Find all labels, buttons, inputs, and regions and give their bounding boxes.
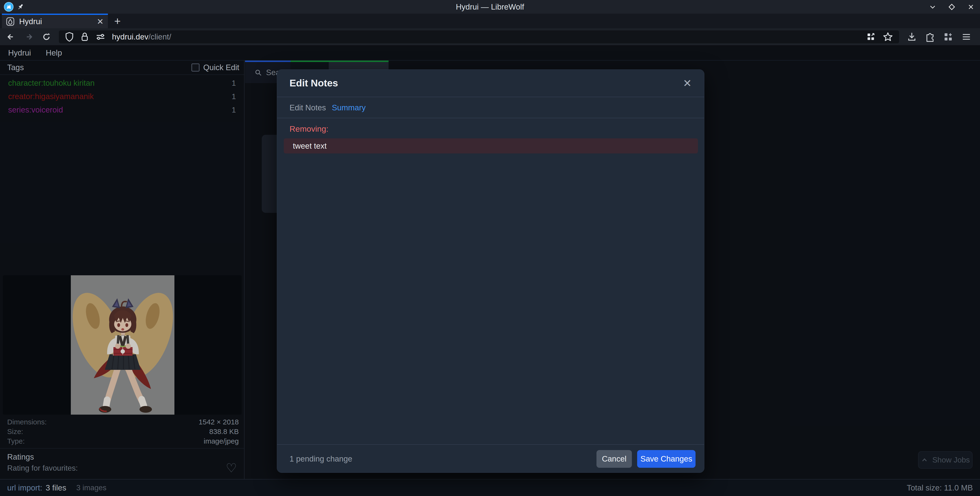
- modal-footer: 1 pending change Cancel Save Changes: [277, 444, 704, 473]
- lock-icon[interactable]: [80, 32, 89, 42]
- extensions-puzzle-icon[interactable]: [924, 31, 935, 42]
- shield-icon[interactable]: [65, 32, 74, 42]
- menu-hamburger-icon[interactable]: [961, 31, 972, 42]
- browser-tab-bar: Hydrui ✕ +: [0, 14, 980, 28]
- modal-tab-bar: Edit Notes Summary: [277, 97, 704, 118]
- new-tab-button[interactable]: +: [108, 14, 127, 28]
- screen: Hydrui — LibreWolf Hydrui ✕ +: [0, 0, 980, 496]
- modal-tab-edit-notes[interactable]: Edit Notes: [290, 97, 326, 118]
- removed-note-text: tweet text: [293, 142, 326, 151]
- forward-icon[interactable]: [24, 32, 34, 42]
- window-maximize-button[interactable]: [947, 3, 956, 11]
- modal-close-icon[interactable]: ✕: [683, 78, 692, 89]
- window-titlebar: Hydrui — LibreWolf: [0, 0, 980, 14]
- browser-tab-hydrui[interactable]: Hydrui ✕: [2, 14, 108, 28]
- modal-header: Edit Notes ✕: [277, 70, 704, 97]
- browser-tab-title: Hydrui: [19, 17, 92, 26]
- tab-close-icon[interactable]: ✕: [97, 17, 104, 26]
- permissions-icon[interactable]: [95, 32, 106, 42]
- removing-label: Removing:: [290, 124, 328, 134]
- url-text: hydrui.dev/client/: [112, 32, 171, 41]
- bookmark-star-icon[interactable]: [882, 31, 893, 42]
- cancel-button[interactable]: Cancel: [597, 450, 632, 468]
- modal-title: Edit Notes: [290, 78, 338, 89]
- back-icon[interactable]: [6, 32, 16, 42]
- save-changes-button[interactable]: Save Changes: [637, 450, 695, 468]
- window-minimize-button[interactable]: [928, 3, 937, 11]
- reload-icon[interactable]: [41, 32, 52, 42]
- window-close-button[interactable]: [967, 3, 975, 11]
- removed-note-box: tweet text: [284, 138, 698, 153]
- download-icon[interactable]: [906, 31, 917, 42]
- window-title: Hydrui — LibreWolf: [0, 2, 980, 11]
- modal-tab-summary[interactable]: Summary: [332, 97, 366, 118]
- edit-notes-modal: Edit Notes ✕ Edit Notes Summary Removing…: [277, 69, 705, 473]
- url-path: /client/: [148, 32, 171, 41]
- hydrui-favicon-icon: [6, 17, 14, 26]
- url-bar[interactable]: hydrui.dev/client/: [59, 30, 899, 43]
- page-content: Hydrui Help Tags Quick Edit character:to…: [0, 46, 980, 496]
- containers-icon[interactable]: [865, 32, 876, 42]
- url-host: hydrui.dev: [112, 32, 148, 41]
- pending-changes-label: 1 pending change: [290, 455, 352, 463]
- addons-grid-icon[interactable]: [943, 31, 954, 42]
- browser-navbar: hydrui.dev/client/: [0, 28, 980, 46]
